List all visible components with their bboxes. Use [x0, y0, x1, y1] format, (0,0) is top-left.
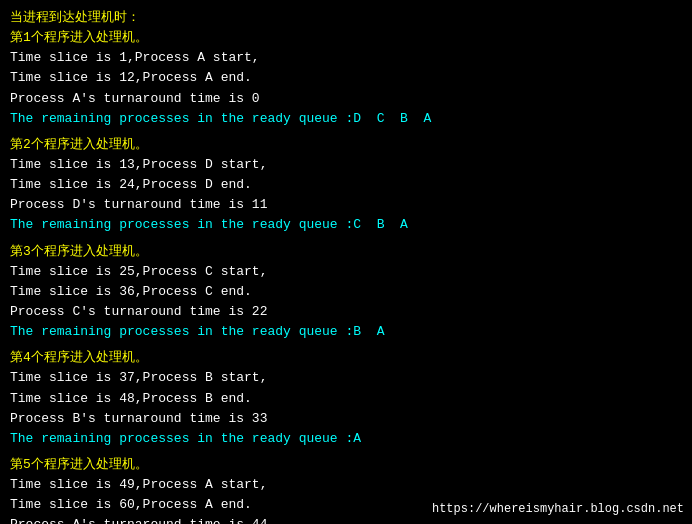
section-2-line-3: Process D's turnaround time is 11 [10, 195, 682, 215]
section-4-line-1: Time slice is 37,Process B start, [10, 368, 682, 388]
section-2-line-4: The remaining processes in the ready que… [10, 215, 682, 235]
terminal: 当进程到达处理机时： 第1个程序进入处理机。 Time slice is 1,P… [0, 0, 692, 524]
section-2-line-1: Time slice is 13,Process D start, [10, 155, 682, 175]
section-3-line-4: The remaining processes in the ready que… [10, 322, 682, 342]
section-4-line-3: Process B's turnaround time is 33 [10, 409, 682, 429]
watermark: https://whereismyhair.blog.csdn.net [432, 502, 684, 516]
section-3-header: 第3个程序进入处理机。 [10, 242, 682, 262]
section-3-line-1: Time slice is 25,Process C start, [10, 262, 682, 282]
section-3-line-3: Process C's turnaround time is 22 [10, 302, 682, 322]
section-4-line-2: Time slice is 48,Process B end. [10, 389, 682, 409]
main-header: 当进程到达处理机时： [10, 8, 682, 28]
section-2-line-2: Time slice is 24,Process D end. [10, 175, 682, 195]
section-5-header: 第5个程序进入处理机。 [10, 455, 682, 475]
section-1-line-4: The remaining processes in the ready que… [10, 109, 682, 129]
section-1-line-3: Process A's turnaround time is 0 [10, 89, 682, 109]
section-1-line-1: Time slice is 1,Process A start, [10, 48, 682, 68]
section-4-header: 第4个程序进入处理机。 [10, 348, 682, 368]
section-1-line-2: Time slice is 12,Process A end. [10, 68, 682, 88]
section-1-header: 第1个程序进入处理机。 [10, 28, 682, 48]
section-2-header: 第2个程序进入处理机。 [10, 135, 682, 155]
section-4-line-4: The remaining processes in the ready que… [10, 429, 682, 449]
section-5-line-1: Time slice is 49,Process A start, [10, 475, 682, 495]
section-5-line-3: Process A's turnaround time is 44 [10, 515, 682, 524]
section-3-line-2: Time slice is 36,Process C end. [10, 282, 682, 302]
